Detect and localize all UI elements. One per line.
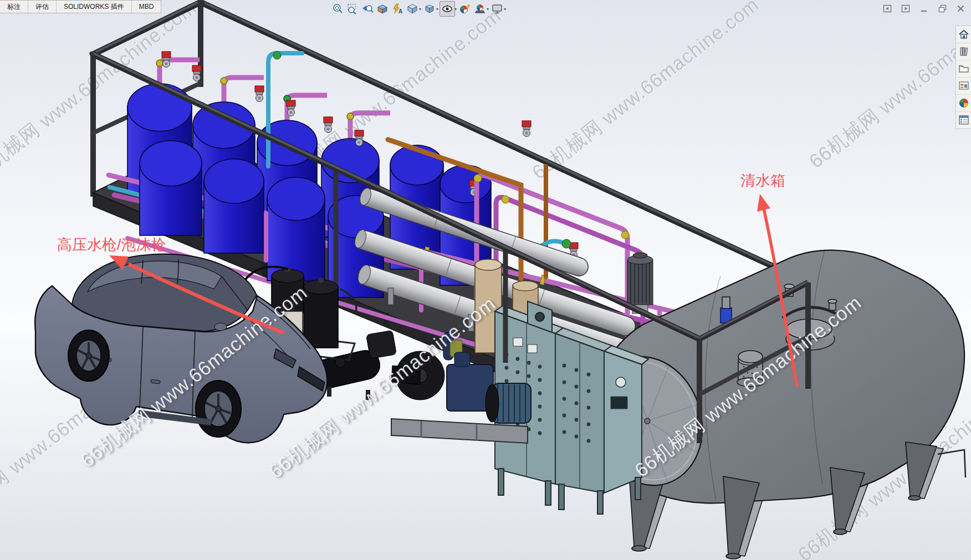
hide-show-items-icon [441, 3, 453, 15]
display-style-icon [423, 3, 436, 15]
custom-properties-tab[interactable] [956, 112, 971, 129]
file-explorer-tab[interactable] [956, 60, 971, 78]
edit-appearance-icon [459, 3, 471, 15]
view-orientation-icon [406, 3, 418, 15]
view-palette-tab[interactable] [956, 78, 971, 95]
zoom-to-area-button[interactable] [345, 2, 360, 16]
appearances-sphere-icon [958, 97, 970, 109]
home-icon [958, 28, 970, 40]
svg-text:A: A [398, 8, 402, 14]
previous-view-button[interactable] [360, 2, 375, 16]
section-view-button[interactable] [375, 2, 390, 16]
collapse-right-pane-icon [901, 4, 911, 13]
tab-annotation[interactable]: 标注 [0, 1, 28, 13]
tab-evaluate[interactable]: 评估 [28, 1, 57, 13]
collapse-left-pane-icon [883, 4, 892, 13]
annotation-clean-water-tank[interactable]: 清水箱 [740, 171, 785, 191]
view-palette-icon [958, 80, 970, 92]
hide-show-annotations-icon: A [391, 3, 403, 15]
zoom-to-area-icon [346, 3, 359, 15]
view-settings-dropdown[interactable]: ▾ [504, 7, 506, 12]
close-icon [956, 4, 965, 13]
collapse-right-pane-button[interactable] [901, 3, 911, 13]
edit-appearance-button[interactable] [458, 2, 472, 16]
previous-view-icon [361, 3, 374, 15]
restore-button[interactable] [937, 3, 947, 13]
display-style-dropdown[interactable]: ▾ [436, 7, 438, 12]
properties-form-icon [958, 114, 970, 126]
view-settings-icon [491, 3, 503, 15]
folder-icon [958, 63, 970, 75]
collapse-left-pane-button[interactable] [882, 3, 892, 13]
ribbon-tab-bar: 标注 评估 SOLIDWORKS 插件 MBD [0, 0, 161, 13]
window-controls [882, 3, 965, 13]
tab-mbd[interactable]: MBD [132, 1, 161, 13]
zoom-to-fit-button[interactable] [330, 2, 345, 16]
view-orientation-button[interactable] [405, 2, 420, 16]
hide-show-items-dropdown[interactable]: ▾ [454, 7, 457, 12]
books-icon [958, 45, 970, 58]
solidworks-resources-tab[interactable] [956, 26, 971, 43]
appearances-scenes-tab[interactable] [956, 95, 971, 112]
view-orientation-dropdown[interactable]: ▾ [419, 7, 421, 12]
apply-scene-icon [474, 3, 486, 15]
gun-arrow[interactable] [109, 255, 284, 333]
annotation-pressure-gun[interactable]: 高压水枪/泡沫枪 [57, 235, 166, 255]
close-button[interactable] [955, 3, 965, 13]
zoom-to-fit-icon [331, 3, 344, 15]
design-library-tab[interactable] [956, 43, 971, 60]
hide-show-annotations-button[interactable]: A [390, 2, 405, 16]
restore-icon [938, 4, 947, 13]
annotation-arrows [0, 0, 971, 560]
view-settings-button[interactable] [490, 2, 504, 16]
display-style-button[interactable] [422, 2, 437, 16]
task-pane [955, 25, 971, 129]
tab-solidworks-addins[interactable]: SOLIDWORKS 插件 [57, 1, 132, 13]
section-view-icon [376, 3, 389, 15]
minimize-button[interactable] [919, 3, 929, 13]
heads-up-toolbar: A ▾ ▾ ▾ [330, 1, 507, 17]
tank-arrow[interactable] [757, 194, 797, 387]
apply-scene-button[interactable] [473, 2, 487, 16]
hide-show-items-button[interactable] [439, 1, 455, 17]
apply-scene-dropdown[interactable]: ▾ [487, 7, 489, 12]
minimize-icon [919, 4, 929, 13]
